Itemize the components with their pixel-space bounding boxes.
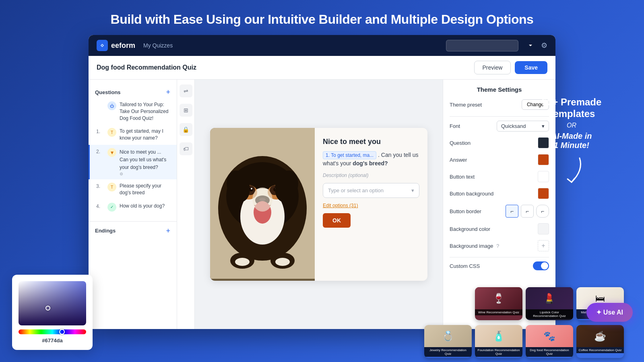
template-card[interactable]: 🍷 Wine Recommendation Quiz	[475, 287, 522, 320]
ai-line1: AI-Made in	[531, 132, 612, 141]
lock-icon[interactable]: 🔒	[180, 123, 192, 136]
sub-header: Dog food Recommendation Quiz Preview Sav…	[89, 56, 555, 80]
add-question-button[interactable]: +	[166, 88, 170, 96]
text-icon: T	[107, 128, 116, 137]
power-icon: ⏻	[107, 101, 116, 110]
template-card[interactable]: ☕ Coffee Recommendation Quiz	[576, 325, 624, 358]
preview-button[interactable]: Preview	[474, 61, 511, 74]
sliders-icon[interactable]: ⇌	[180, 84, 192, 97]
q-num: 1.	[96, 128, 104, 134]
button-bg-color-swatch[interactable]	[538, 188, 549, 199]
border-opt-round1[interactable]: ⌐	[521, 205, 534, 218]
svg-point-11	[251, 188, 252, 189]
nav-link-quizzes[interactable]: My Quizzes	[143, 42, 173, 49]
help-icon: ?	[496, 243, 499, 249]
tag-icon[interactable]: 🏷	[180, 142, 192, 155]
color-picker[interactable]: #6774da	[12, 275, 93, 350]
bg-color-swatch[interactable]	[538, 223, 549, 234]
quiz-card: Nice to meet you 1. To get started, ma..…	[210, 128, 427, 281]
q-num: 3.	[96, 183, 104, 189]
panel-title: Theme Settings	[450, 86, 549, 93]
svg-point-22	[275, 258, 290, 266]
edit-options-link[interactable]: Edit options (31)	[323, 203, 419, 208]
divider-2	[450, 257, 549, 257]
endings-section-header: Endings +	[89, 225, 177, 237]
quiz-card-image	[210, 128, 315, 281]
settings-gear-icon[interactable]: ⚙	[541, 41, 547, 50]
question-bold: dog's breed?	[353, 160, 388, 167]
question-label: Question	[450, 140, 471, 146]
template-card[interactable]: 🐾 Dog food Recommendation Quiz	[526, 325, 573, 358]
q-num: 4.	[96, 203, 104, 209]
text-icon: T	[107, 183, 116, 191]
q-text: Tailored to Your Pup: Take Our Personali…	[120, 101, 170, 121]
templates-badge: 50+ Premade Templates OR AI-Made in 1 Mi…	[531, 97, 612, 188]
list-item[interactable]: 4. ✓ How old is your dog?	[89, 200, 177, 215]
button-background-label: Button background	[450, 191, 493, 197]
nav-bar: eeform My Quizzes ⚙	[89, 35, 555, 56]
button-border-row: Button border ⌐ ⌐ ⌐	[450, 205, 549, 218]
dropdown-chevron-icon: ▾	[411, 187, 414, 193]
page-title: Build with Ease Using our Intuitive Buil…	[0, 0, 644, 35]
color-hex-value: #6774da	[19, 337, 86, 343]
list-item[interactable]: 3. T Please specify your dog's breed	[89, 179, 177, 200]
ai-line2: 1 Minute!	[531, 141, 612, 150]
border-opt-round2[interactable]: ⌐	[536, 205, 549, 218]
dropdown-placeholder: Type or select an option	[328, 187, 384, 193]
arrow-icon	[555, 154, 588, 186]
q-num: 2.	[96, 148, 104, 154]
q-text: How old is your dog?	[120, 203, 165, 210]
button-text-label: Button text	[450, 174, 475, 180]
bg-color-label: Background color	[450, 226, 490, 232]
border-options: ⌐ ⌐ ⌐	[506, 205, 549, 218]
layout-icon[interactable]: ⊞	[180, 104, 192, 117]
nav-search-input[interactable]	[446, 40, 518, 51]
template-card-label: Dog food Recommendation Quiz	[526, 347, 573, 357]
template-card[interactable]: 💄 Lipstick Color Recommendation Quiz	[526, 287, 573, 320]
list-item[interactable]: 1. T To get started, may I know your nam…	[89, 125, 177, 145]
list-item[interactable]: ⏻ Tailored to Your Pup: Take Our Persona…	[89, 98, 177, 125]
template-cards-area: 🍷 Wine Recommendation Quiz 💄 Lipstick Co…	[390, 287, 624, 358]
svg-point-0	[101, 45, 103, 46]
color-gradient-picker[interactable]	[19, 281, 86, 325]
q-text: Please specify your dog's breed	[120, 183, 170, 196]
questions-section-header: Questions +	[89, 86, 177, 98]
brand-name: eeform	[111, 41, 135, 50]
hue-slider[interactable]	[19, 329, 86, 334]
svg-point-21	[235, 258, 250, 266]
endings-label: Endings	[95, 228, 116, 234]
answer-label: Answer	[450, 157, 467, 163]
custom-css-row: Custom CSS	[450, 261, 549, 270]
quiz-card-content: Nice to meet you 1. To get started, ma..…	[315, 128, 427, 281]
list-item[interactable]: 2. ▾ Nice to meet you ... Can you tell u…	[89, 145, 177, 179]
button-border-label: Button border	[450, 208, 481, 214]
template-card-label: Lipstick Color Recommendation Quiz	[526, 309, 573, 319]
q-text: Nice to meet you ... Can you tell us wha…	[120, 149, 166, 170]
hue-dot	[59, 329, 65, 335]
use-ai-button[interactable]: ✦ Use AI	[586, 303, 633, 322]
color-picker-dot	[45, 306, 50, 311]
greeting-text: Nice to meet you	[323, 138, 419, 146]
template-card[interactable]: 🧴 Foundation Recommendation Quiz	[475, 325, 522, 358]
svg-point-18	[252, 187, 272, 212]
save-button[interactable]: Save	[515, 61, 547, 74]
template-card[interactable]: 💍 Jewelry Recommendation Quiz	[424, 325, 472, 358]
q-num	[96, 101, 104, 102]
templates-line2: Templates	[531, 108, 612, 119]
border-opt-square[interactable]: ⌐	[506, 205, 518, 218]
dropdown-select[interactable]: Type or select an option ▾	[323, 183, 419, 198]
bg-image-row: Background image ? +	[450, 240, 549, 251]
add-ending-button[interactable]: +	[166, 227, 170, 234]
endings-section: Endings +	[89, 221, 177, 237]
custom-css-label: Custom CSS	[450, 263, 480, 269]
logo-icon	[97, 40, 108, 51]
templates-line1: 50+ Premade	[531, 97, 612, 108]
ok-button[interactable]: OK	[323, 213, 351, 228]
app-window: eeform My Quizzes ⚙ Dog food Recommendat…	[89, 35, 555, 329]
description-placeholder: Description (optional)	[323, 173, 419, 178]
settings-sub-icon: ⚙	[120, 172, 170, 176]
custom-css-toggle[interactable]	[533, 261, 549, 270]
app-logo: eeform	[97, 40, 135, 51]
chevron-icon: ▾	[107, 148, 116, 157]
add-bg-image-button[interactable]: +	[538, 240, 549, 251]
